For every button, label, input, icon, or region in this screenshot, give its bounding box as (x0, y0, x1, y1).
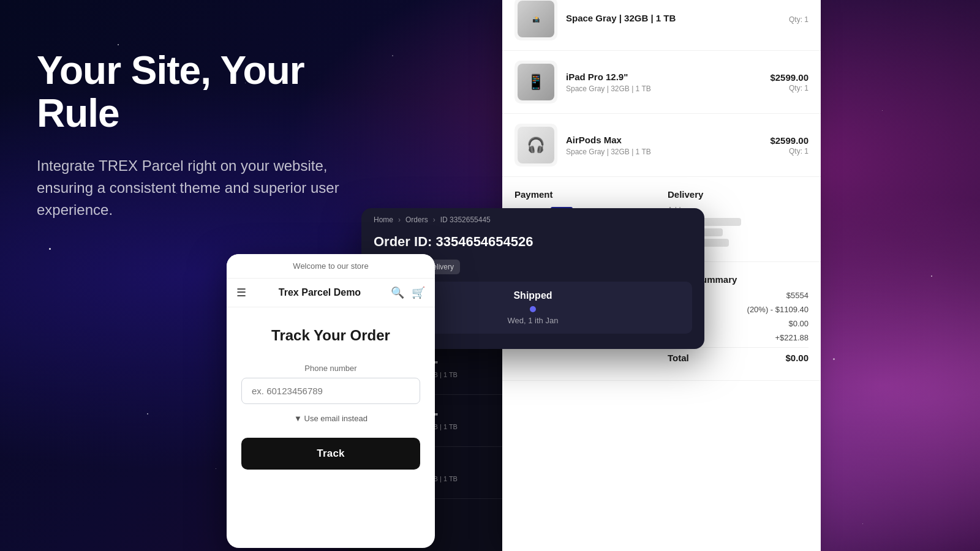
products-list: 📸 Space Gray | 32GB | 1 TB Qty: 1 📱 iPad… (502, 0, 821, 177)
mobile-navbar: ☰ Trex Parcel Demo 🔍 🛒 (227, 279, 435, 307)
product-item-0: 📸 Space Gray | 32GB | 1 TB Qty: 1 (502, 0, 821, 51)
search-icon[interactable]: 🔍 (391, 286, 404, 299)
breadcrumb-id: ID 3352655445 (440, 216, 491, 224)
product-specs-1: Space Gray | 32GB | 1 TB (566, 84, 761, 93)
product-price-val-1: $2599.00 (770, 72, 809, 83)
product-item-2: 🎧 AirPods Max Space Gray | 32GB | 1 TB $… (502, 114, 821, 177)
mobile-welcome: Welcome to our store (227, 254, 435, 279)
product-item-1: 📱 iPad Pro 12.9" Space Gray | 32GB | 1 T… (502, 51, 821, 114)
breadcrumb: Home › Orders › ID 3352655445 (361, 208, 704, 231)
product-price-val-2: $2599.00 (770, 135, 809, 146)
delivery-title: Delivery (668, 189, 809, 200)
track-button[interactable]: Track (241, 438, 420, 470)
phone-form-group: Phone number (241, 364, 420, 404)
cart-icon[interactable]: 🛒 (412, 286, 425, 299)
total-value: $0.00 (785, 353, 809, 363)
breadcrumb-home: Home (374, 216, 393, 224)
phone-label: Phone number (241, 364, 420, 373)
delivery-fee-value: $0.00 (788, 319, 809, 328)
product-price-2: $2599.00 Qty: 1 (770, 135, 809, 156)
product-qty-2: Qty: 1 (770, 147, 809, 156)
product-thumb-0: 📸 (514, 0, 557, 40)
breadcrumb-sep2: › (433, 216, 435, 224)
discount1-value: $5554 (786, 291, 809, 300)
track-title: Track Your Order (271, 327, 390, 344)
product-info-2: AirPods Max Space Gray | 32GB | 1 TB (566, 135, 761, 156)
product-name-2: AirPods Max (566, 135, 761, 145)
mobile-body: Track Your Order Phone number ▼ Use emai… (227, 307, 435, 489)
tax-value: +$221.88 (775, 333, 809, 342)
product-price-0: Qty: 1 (789, 14, 809, 24)
email-toggle[interactable]: ▼ Use email instead (294, 414, 368, 423)
hero-headline: Your Site, Your Rule (37, 49, 343, 135)
mobile-panel: Welcome to our store ☰ Trex Parcel Demo … (227, 254, 435, 548)
product-price-1: $2599.00 Qty: 1 (770, 72, 809, 92)
hero-section: Your Site, Your Rule Integrate TREX Parc… (0, 0, 380, 270)
shipped-dot (530, 306, 536, 312)
total-label: Total (668, 353, 689, 363)
product-thumb-1: 📱 (514, 61, 557, 103)
breadcrumb-sep1: › (398, 216, 401, 224)
product-info-1: iPad Pro 12.9" Space Gray | 32GB | 1 TB (566, 72, 761, 93)
hero-subtext: Integrate TREX Parcel right on your webs… (37, 155, 343, 221)
mobile-logo: Trex Parcel Demo (254, 287, 386, 298)
product-qty-1: Qty: 1 (770, 84, 809, 92)
summary-total: Total $0.00 (668, 347, 809, 363)
nav-icons: 🔍 🛒 (391, 286, 425, 299)
product-name-0: Space Gray | 32GB | 1 TB (566, 13, 780, 23)
product-thumb-2: 🎧 (514, 124, 557, 167)
hamburger-icon[interactable]: ☰ (236, 286, 246, 299)
product-name-1: iPad Pro 12.9" (566, 72, 761, 82)
product-specs-2: Space Gray | 32GB | 1 TB (566, 148, 761, 156)
product-qty-0: Qty: 1 (789, 15, 809, 24)
payment-title: Payment (514, 189, 655, 200)
product-info-0: Space Gray | 32GB | 1 TB (566, 13, 780, 26)
breadcrumb-orders: Orders (405, 216, 428, 224)
phone-input[interactable] (241, 378, 420, 404)
discount2-value: (20%) - $1109.40 (747, 305, 809, 314)
